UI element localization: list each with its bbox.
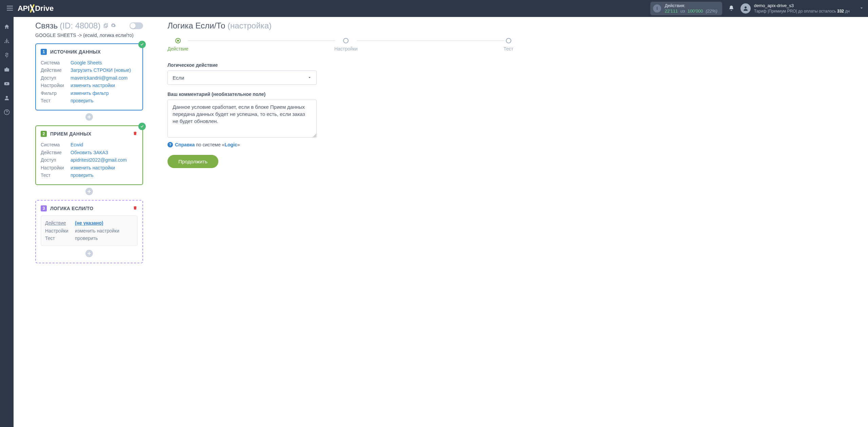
actions-sep: из	[680, 8, 685, 14]
add-block-button-2[interactable]	[85, 188, 93, 195]
source-card-title: ИСТОЧНИК ДАННЫХ	[50, 49, 101, 55]
connection-sidebar: Связь (ID: 48008) GOOGLE SHEETS -> (ecwi…	[35, 20, 143, 266]
source-filter-link[interactable]: изменить фильтр	[71, 89, 109, 97]
svg-rect-18	[87, 117, 91, 117]
delete-logic-button[interactable]	[133, 205, 138, 211]
nav-help[interactable]	[0, 105, 14, 119]
source-system-link[interactable]: Google Sheets	[71, 59, 102, 66]
icon-sidebar	[0, 17, 14, 280]
logo-text-b: Drive	[35, 4, 54, 13]
connection-subtitle: GOOGLE SHEETS -> (ecwid, логика если/то)	[35, 33, 143, 38]
svg-rect-16	[104, 24, 107, 27]
expand-chevron-icon[interactable]	[859, 6, 864, 12]
svg-point-5	[745, 6, 747, 8]
svg-rect-4	[657, 8, 658, 10]
add-block-button-1[interactable]	[85, 113, 93, 121]
dest-system-link[interactable]: Ecwid	[71, 141, 83, 148]
svg-point-14	[6, 113, 7, 114]
question-icon: ?	[167, 142, 173, 147]
svg-rect-0	[7, 6, 13, 6]
svg-point-7	[4, 42, 5, 43]
check-icon	[138, 123, 146, 130]
svg-point-9	[8, 42, 9, 43]
logo-x-icon	[29, 5, 36, 12]
nav-account[interactable]	[0, 91, 14, 105]
avatar-icon	[741, 3, 751, 14]
step-settings[interactable]: Настройки	[334, 38, 358, 52]
logic-card: 3 ЛОГИКА ЕСЛИ/ТО Действие(не указано) На…	[35, 200, 143, 263]
select-value: Если	[173, 75, 184, 81]
logic-settings-text: изменить настройки	[75, 227, 119, 235]
logic-card-title: ЛОГИКА ЕСЛИ/ТО	[50, 206, 93, 211]
svg-rect-10	[4, 68, 9, 72]
main-content: Логика Если/То (настройка) Действие Наст…	[167, 20, 513, 266]
user-tariff: Тариф |Премиум PRO| до оплаты осталось 3…	[754, 9, 850, 14]
top-header: API Drive Действия: 22'111 из 100'000 (2…	[0, 0, 868, 17]
actions-current: 22'111	[665, 8, 678, 14]
destination-card: 2 ПРИЕМ ДАННЫХ СистемаEcwid ДействиеОбно…	[35, 125, 143, 185]
svg-rect-22	[87, 253, 91, 254]
logic-test-text: проверить	[75, 235, 98, 242]
dest-test-link[interactable]: проверить	[71, 171, 94, 179]
logic-action-select[interactable]: Если	[167, 70, 317, 85]
logic-action-placeholder[interactable]: (не указано)	[75, 219, 103, 227]
nav-youtube[interactable]	[0, 77, 14, 91]
actions-counter[interactable]: Действия: 22'111 из 100'000 (22%)	[650, 2, 722, 15]
source-action-link[interactable]: Загрузить СТРОКИ (новые)	[71, 66, 131, 74]
wizard-stepper: Действие Настройки Тест	[167, 38, 513, 52]
logo[interactable]: API Drive	[18, 4, 54, 13]
help-link[interactable]: ? Справка по системе «Logic»	[167, 142, 513, 147]
source-card: 1 ИСТОЧНИК ДАННЫХ СистемаGoogle Sheets Д…	[35, 43, 143, 110]
dest-access-link[interactable]: apidritest2022@gmail.com	[71, 156, 127, 164]
comment-textarea[interactable]	[167, 100, 317, 138]
actions-total: 100'000	[688, 8, 703, 14]
svg-point-3	[657, 7, 658, 8]
logic-action-label: Логическое действие	[167, 62, 513, 68]
page-title: Логика Если/То (настройка)	[167, 21, 513, 30]
nav-connections[interactable]	[0, 34, 14, 48]
delete-destination-button[interactable]	[133, 131, 138, 137]
chevron-down-icon	[308, 75, 312, 81]
connection-id: (ID: 48008)	[60, 21, 100, 30]
step-number-3: 3	[41, 205, 47, 211]
user-menu[interactable]: demo_apix-drive_s3 Тариф |Премиум PRO| д…	[741, 3, 852, 14]
svg-rect-20	[87, 191, 91, 192]
source-settings-link[interactable]: изменить настройки	[71, 82, 115, 89]
gear-icon[interactable]	[111, 23, 116, 29]
step-number-1: 1	[41, 49, 47, 55]
svg-point-12	[6, 96, 8, 98]
dest-action-link[interactable]: Обновить ЗАКАЗ	[71, 149, 108, 156]
actions-percent: (22%)	[706, 8, 717, 14]
source-access-link[interactable]: maverickandrii@gmail.com	[71, 74, 127, 82]
copy-icon[interactable]	[103, 23, 108, 29]
svg-point-8	[6, 42, 7, 43]
menu-toggle-button[interactable]	[4, 3, 16, 14]
source-test-link[interactable]: проверить	[71, 97, 94, 104]
step-test[interactable]: Тест	[504, 38, 513, 52]
user-name: demo_apix-drive_s3	[754, 3, 850, 8]
connection-toggle[interactable]	[130, 22, 143, 29]
connection-title: Связь	[35, 21, 58, 30]
svg-point-6	[6, 39, 7, 40]
actions-label: Действия:	[665, 3, 717, 8]
nav-home[interactable]	[0, 20, 14, 34]
continue-button[interactable]: Продолжить	[167, 155, 218, 168]
info-icon	[653, 4, 661, 13]
nav-briefcase[interactable]	[0, 62, 14, 77]
svg-rect-15	[105, 23, 108, 26]
logo-text-a: API	[18, 4, 29, 13]
dest-settings-link[interactable]: изменить настройки	[71, 164, 115, 171]
svg-rect-2	[7, 10, 13, 11]
svg-rect-1	[7, 8, 13, 8]
comment-label: Ваш комментарий (необязательное поле)	[167, 92, 513, 97]
check-icon	[138, 41, 146, 48]
step-action[interactable]: Действие	[167, 38, 189, 52]
nav-billing[interactable]	[0, 48, 14, 62]
step-number-2: 2	[41, 131, 47, 137]
add-block-button-3[interactable]	[85, 250, 93, 257]
notifications-button[interactable]	[728, 5, 734, 12]
destination-card-title: ПРИЕМ ДАННЫХ	[50, 131, 91, 137]
